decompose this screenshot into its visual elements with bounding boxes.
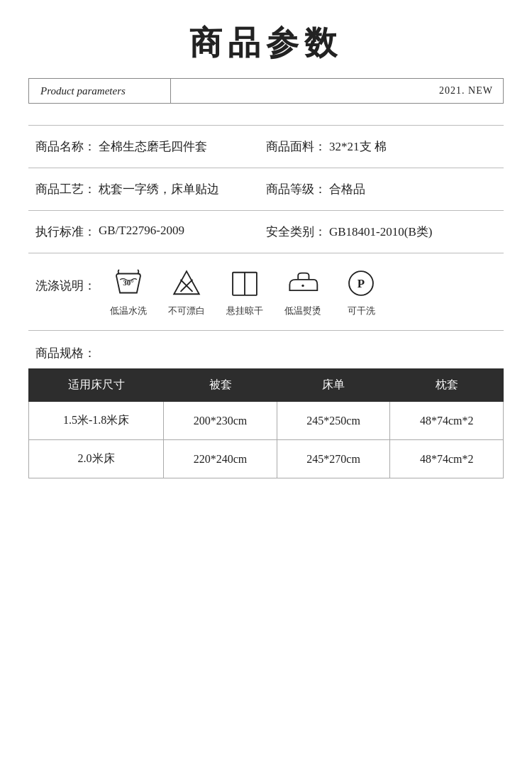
hang-dry-text: 悬挂晾干 — [226, 305, 263, 317]
svg-text:P: P — [358, 277, 365, 290]
standard-value: GB/T22796-2009 — [99, 224, 184, 240]
field-standard: 执行标准： GB/T22796-2009 — [35, 224, 266, 240]
row2-pillow: 48*74cm*2 — [390, 440, 504, 478]
wash-row: 洗涤说明： 30° — [28, 253, 504, 331]
info-row-2: 商品工艺： 枕套一字绣，床单贴边 商品等级： 合格品 — [28, 168, 504, 211]
row1-duvet: 200*230cm — [164, 402, 277, 440]
table-row: 1.5米-1.8米床 200*230cm 245*250cm 48*74cm*2 — [29, 402, 504, 440]
main-title: 商品参数 — [28, 21, 504, 65]
table-row: 2.0米床 220*240cm 245*270cm 48*74cm*2 — [29, 440, 504, 478]
safety-value: GB18401-2010(B类) — [329, 224, 432, 240]
hang-dry-icon — [226, 266, 263, 300]
no-bleach-item: 不可漂白 — [168, 266, 205, 317]
year-new-label: 2021. NEW — [171, 79, 503, 103]
table-header-duvet: 被套 — [164, 369, 277, 402]
low-temp-wash-icon: 30° — [110, 266, 147, 300]
no-bleach-text: 不可漂白 — [168, 305, 205, 317]
fabric-label: 商品面料： — [266, 138, 326, 155]
no-bleach-icon — [168, 266, 205, 300]
info-row-3: 执行标准： GB/T22796-2009 安全类别： GB18401-2010(… — [28, 211, 504, 253]
table-header-bed-size: 适用床尺寸 — [29, 369, 164, 402]
row2-bed-size: 2.0米床 — [29, 440, 164, 478]
craft-label: 商品工艺： — [35, 181, 96, 197]
row1-sheet: 245*250cm — [277, 402, 390, 440]
field-safety: 安全类别： GB18401-2010(B类) — [266, 224, 497, 240]
row1-pillow: 48*74cm*2 — [390, 402, 504, 440]
grade-label: 商品等级： — [266, 181, 326, 197]
wash-label: 洗涤说明： — [35, 266, 96, 294]
grade-value: 合格品 — [329, 181, 365, 197]
row1-bed-size: 1.5米-1.8米床 — [29, 402, 164, 440]
low-temp-iron-text: 低温熨烫 — [284, 305, 321, 317]
header-bar: Product parameters 2021. NEW — [28, 78, 504, 104]
field-grade: 商品等级： 合格品 — [266, 181, 497, 197]
standard-label: 执行标准： — [35, 224, 96, 240]
page: 商品参数 Product parameters 2021. NEW 商品名称： … — [0, 0, 532, 761]
dry-clean-item: P 可干洗 — [343, 266, 379, 317]
spec-label: 商品规格： — [28, 331, 504, 368]
row2-duvet: 220*240cm — [164, 440, 277, 478]
field-fabric: 商品面料： 32*21支 棉 — [266, 138, 497, 155]
fabric-value: 32*21支 棉 — [329, 138, 387, 155]
hang-dry-item: 悬挂晾干 — [226, 266, 263, 317]
spec-table: 适用床尺寸 被套 床单 枕套 1.5米-1.8米床 200*230cm 245*… — [28, 368, 504, 478]
name-label: 商品名称： — [35, 138, 96, 155]
low-temp-iron-icon — [284, 266, 321, 300]
dry-clean-icon: P — [343, 266, 379, 300]
low-temp-iron-item: 低温熨烫 — [284, 266, 321, 317]
craft-value: 枕套一字绣，床单贴边 — [99, 181, 219, 197]
svg-point-5 — [301, 285, 304, 287]
field-craft: 商品工艺： 枕套一字绣，床单贴边 — [35, 181, 266, 197]
field-name: 商品名称： 全棉生态磨毛四件套 — [35, 138, 266, 155]
product-params-label: Product parameters — [29, 79, 171, 103]
safety-label: 安全类别： — [266, 224, 326, 240]
name-value: 全棉生态磨毛四件套 — [99, 138, 207, 155]
dry-clean-text: 可干洗 — [348, 305, 375, 317]
info-row-1: 商品名称： 全棉生态磨毛四件套 商品面料： 32*21支 棉 — [28, 126, 504, 168]
table-header-sheet: 床单 — [277, 369, 390, 402]
low-temp-wash-text: 低温水洗 — [110, 305, 147, 317]
table-header-row: 适用床尺寸 被套 床单 枕套 — [29, 369, 504, 402]
info-section: 商品名称： 全棉生态磨毛四件套 商品面料： 32*21支 棉 商品工艺： 枕套一… — [28, 125, 504, 331]
low-temp-wash-item: 30° 低温水洗 — [110, 266, 147, 317]
row2-sheet: 245*270cm — [277, 440, 390, 478]
wash-icons: 30° 低温水洗 — [110, 266, 379, 317]
table-header-pillow: 枕套 — [390, 369, 504, 402]
